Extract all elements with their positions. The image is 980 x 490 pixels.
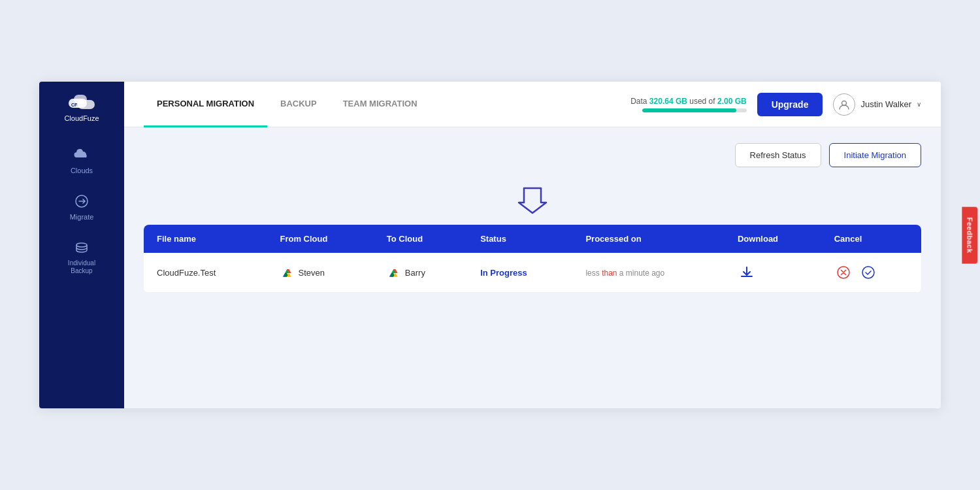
header-right: Data 320.64 GB used of 2.00 GB Upgrade bbox=[630, 82, 921, 127]
avatar bbox=[833, 93, 855, 116]
migrate-icon bbox=[74, 193, 90, 209]
from-cloud-label: Steven bbox=[299, 268, 325, 278]
col-processed-on: Processed on bbox=[572, 225, 725, 253]
data-prefix: Data bbox=[630, 97, 649, 106]
header: PERSONAL MIGRATION BACKUP TEAM MIGRATION… bbox=[124, 82, 941, 127]
data-total: 2.00 GB bbox=[717, 97, 747, 106]
tab-personal-migration[interactable]: PERSONAL MIGRATION bbox=[144, 82, 267, 127]
upgrade-button[interactable]: Upgrade bbox=[757, 93, 823, 116]
col-file-name: File name bbox=[144, 225, 267, 253]
from-cloud-icon bbox=[280, 266, 293, 279]
sidebar-logo: CF CloudFuze bbox=[39, 82, 124, 131]
svg-point-8 bbox=[862, 267, 874, 278]
col-download: Download bbox=[725, 225, 821, 253]
sidebar-backup-label: Individual Backup bbox=[68, 259, 95, 275]
to-cloud-label: Barry bbox=[405, 268, 425, 278]
cell-from-cloud: Steven bbox=[267, 253, 374, 293]
download-button[interactable] bbox=[738, 263, 756, 282]
table-body: CloudFuze.Test bbox=[144, 253, 921, 293]
cell-processed-on: less than a minute ago bbox=[572, 253, 725, 293]
data-usage: Data 320.64 GB used of 2.00 GB bbox=[630, 97, 746, 112]
sidebar-clouds-label: Clouds bbox=[71, 167, 93, 175]
sidebar: CF CloudFuze Clouds bbox=[39, 82, 124, 408]
tab-backup[interactable]: BACKUP bbox=[267, 82, 330, 127]
data-usage-bar bbox=[642, 108, 747, 112]
sidebar-migrate-label: Migrate bbox=[70, 213, 94, 221]
sidebar-item-individual-backup[interactable]: Individual Backup bbox=[39, 231, 124, 284]
main-content: PERSONAL MIGRATION BACKUP TEAM MIGRATION… bbox=[124, 82, 941, 408]
navigation-tabs: PERSONAL MIGRATION BACKUP TEAM MIGRATION bbox=[144, 82, 431, 127]
action-row: Refresh Status Initiate Migration bbox=[144, 143, 921, 167]
data-middle: used of bbox=[689, 97, 717, 106]
sidebar-item-clouds[interactable]: Clouds bbox=[39, 138, 124, 184]
table-row: CloudFuze.Test bbox=[144, 253, 921, 293]
to-cloud-icon bbox=[387, 266, 400, 279]
user-name: Justin Walker bbox=[860, 99, 911, 109]
cell-to-cloud: Barry bbox=[374, 253, 467, 293]
svg-point-5 bbox=[76, 243, 87, 247]
col-from-cloud: From Cloud bbox=[267, 225, 374, 253]
migration-icon-area bbox=[144, 178, 921, 214]
sidebar-navigation: Clouds Migrate bbox=[39, 131, 124, 284]
status-badge: In Progress bbox=[480, 268, 527, 278]
processed-time: less than a minute ago bbox=[585, 269, 664, 278]
svg-text:CF: CF bbox=[71, 103, 78, 107]
table-header: File name From Cloud To Cloud Status Pro… bbox=[144, 225, 921, 253]
cloud-icon bbox=[74, 147, 90, 163]
brand-label: CloudFuze bbox=[64, 114, 99, 122]
initiate-migration-button[interactable]: Initiate Migration bbox=[829, 143, 921, 167]
download-arrow-icon bbox=[516, 184, 549, 214]
chevron-down-icon: ∨ bbox=[917, 101, 921, 108]
data-usage-text: Data 320.64 GB used of 2.00 GB bbox=[630, 97, 746, 106]
feedback-tab[interactable]: Feedback bbox=[962, 207, 978, 264]
refresh-status-button[interactable]: Refresh Status bbox=[735, 143, 821, 167]
body-area: Refresh Status Initiate Migration File n… bbox=[124, 127, 941, 408]
col-to-cloud: To Cloud bbox=[374, 225, 467, 253]
tab-team-migration[interactable]: TEAM MIGRATION bbox=[330, 82, 431, 127]
cell-cancel bbox=[821, 253, 921, 292]
col-cancel: Cancel bbox=[821, 225, 921, 253]
data-used: 320.64 GB bbox=[649, 97, 687, 106]
cancel-button[interactable] bbox=[834, 263, 853, 282]
cell-file-name: CloudFuze.Test bbox=[144, 253, 267, 293]
confirm-button[interactable] bbox=[859, 263, 877, 282]
cell-status: In Progress bbox=[467, 253, 572, 293]
user-menu[interactable]: Justin Walker ∨ bbox=[833, 93, 921, 116]
sidebar-item-migrate[interactable]: Migrate bbox=[39, 184, 124, 231]
cloudfuze-logo-icon: CF bbox=[67, 93, 96, 112]
cell-download bbox=[725, 253, 821, 293]
data-usage-fill bbox=[642, 108, 736, 112]
backup-icon bbox=[74, 240, 90, 255]
migration-table: File name From Cloud To Cloud Status Pro… bbox=[144, 225, 921, 293]
svg-rect-2 bbox=[78, 100, 95, 109]
col-status: Status bbox=[467, 225, 572, 253]
